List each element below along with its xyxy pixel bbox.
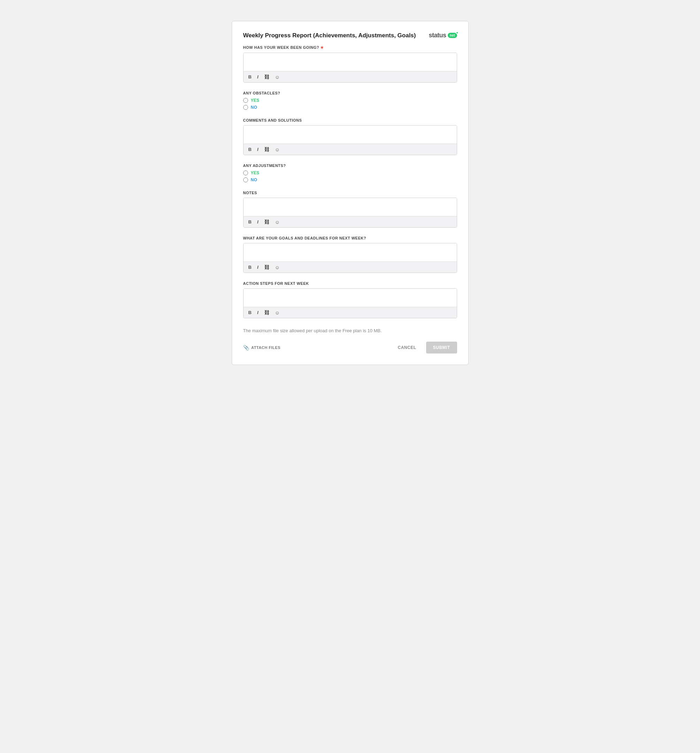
logo-status-text: status [429,32,446,39]
toolbar-action-steps: B I ⛓ ☺ [243,307,457,318]
emoji-btn-5[interactable]: ☺ [273,309,281,316]
radio-input-adjustments-no[interactable] [243,177,248,182]
editor-goals: B I ⛓ ☺ [243,243,457,273]
bold-btn-2[interactable]: B [247,147,253,152]
textarea-comments[interactable] [243,125,457,144]
required-star: ★ [320,45,324,50]
section-label-comments: COMMENTS AND SOLUTIONS [243,118,457,122]
italic-btn-2[interactable]: I [256,147,260,152]
section-label-action-steps: ACTION STEPS FOR NEXT WEEK [243,281,457,286]
textarea-week-going[interactable] [243,53,457,71]
form-header: Weekly Progress Report (Achievements, Ad… [243,32,457,39]
radio-group-adjustments: YES NO [243,170,457,182]
attach-files-button[interactable]: 📎 ATTACH FILES [243,345,281,350]
editor-action-steps: B I ⛓ ☺ [243,288,457,318]
section-goals-deadlines: WHAT ARE YOUR GOALS AND DEADLINES FOR NE… [243,236,457,273]
section-label-notes: NOTES [243,191,457,195]
bold-btn-4[interactable]: B [247,264,253,270]
form-footer: 📎 ATTACH FILES CANCEL SUBMIT [243,339,457,353]
link-btn-1[interactable]: ⛓ [263,73,271,80]
radio-obstacles-yes[interactable]: YES [243,98,457,103]
emoji-btn-3[interactable]: ☺ [273,219,281,225]
bold-btn-1[interactable]: B [247,74,253,80]
link-btn-2[interactable]: ⛓ [263,146,271,153]
italic-btn-1[interactable]: I [256,74,260,80]
section-adjustments: ANY ADJUSTMENTS? YES NO [243,164,457,182]
radio-label-adjustments-yes: YES [251,170,260,175]
toolbar-comments: B I ⛓ ☺ [243,144,457,155]
logo-badge: net [448,33,457,38]
section-comments-solutions: COMMENTS AND SOLUTIONS B I ⛓ ☺ [243,118,457,155]
toolbar-notes: B I ⛓ ☺ [243,216,457,227]
toolbar-week-going: B I ⛓ ☺ [243,71,457,82]
textarea-action-steps[interactable] [243,289,457,307]
footer-actions: CANCEL SUBMIT [394,342,457,353]
emoji-btn-4[interactable]: ☺ [273,264,281,270]
logo-area: status net [429,32,457,39]
file-size-notice: The maximum file size allowed per upload… [243,327,457,333]
submit-button[interactable]: SUBMIT [426,342,457,353]
bold-btn-3[interactable]: B [247,219,253,225]
attach-label: ATTACH FILES [251,345,281,350]
section-week-going: HOW HAS YOUR WEEK BEEN GOING?★ B I ⛓ ☺ [243,45,457,83]
form-container: Weekly Progress Report (Achievements, Ad… [232,21,469,365]
radio-label-adjustments-no: NO [251,177,257,182]
section-label-goals: WHAT ARE YOUR GOALS AND DEADLINES FOR NE… [243,236,457,240]
radio-adjustments-yes[interactable]: YES [243,170,457,175]
section-action-steps: ACTION STEPS FOR NEXT WEEK B I ⛓ ☺ [243,281,457,318]
editor-notes: B I ⛓ ☺ [243,198,457,228]
toolbar-goals: B I ⛓ ☺ [243,261,457,273]
link-btn-5[interactable]: ⛓ [263,309,271,316]
radio-label-obstacles-yes: YES [251,98,260,103]
editor-week-going: B I ⛓ ☺ [243,53,457,83]
textarea-goals[interactable] [243,243,457,261]
textarea-notes[interactable] [243,198,457,216]
section-notes: NOTES B I ⛓ ☺ [243,191,457,228]
radio-obstacles-no[interactable]: NO [243,105,457,110]
section-label-obstacles: ANY OBSTACLES? [243,91,457,95]
paperclip-icon: 📎 [243,345,249,350]
emoji-btn-2[interactable]: ☺ [273,147,281,153]
emoji-btn-1[interactable]: ☺ [273,74,281,80]
radio-input-obstacles-yes[interactable] [243,98,248,103]
cancel-button[interactable]: CANCEL [394,342,421,353]
section-obstacles: ANY OBSTACLES? YES NO [243,91,457,110]
bold-btn-5[interactable]: B [247,309,253,316]
link-btn-4[interactable]: ⛓ [263,264,271,270]
italic-btn-3[interactable]: I [256,219,260,225]
radio-input-obstacles-no[interactable] [243,105,248,110]
form-title: Weekly Progress Report (Achievements, Ad… [243,32,416,39]
section-label-adjustments: ANY ADJUSTMENTS? [243,164,457,168]
italic-btn-5[interactable]: I [256,309,260,316]
logo-dot [456,31,458,34]
radio-label-obstacles-no: NO [251,105,257,110]
section-label-week-going: HOW HAS YOUR WEEK BEEN GOING?★ [243,45,457,50]
italic-btn-4[interactable]: I [256,264,260,270]
radio-input-adjustments-yes[interactable] [243,170,248,175]
radio-adjustments-no[interactable]: NO [243,177,457,182]
link-btn-3[interactable]: ⛓ [263,219,271,225]
radio-group-obstacles: YES NO [243,98,457,110]
editor-comments: B I ⛓ ☺ [243,125,457,155]
